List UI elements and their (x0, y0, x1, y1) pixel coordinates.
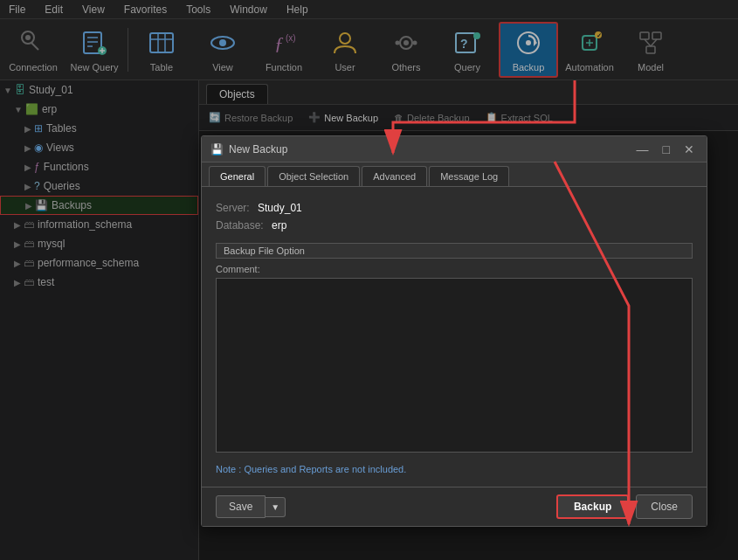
maximize-button[interactable]: □ (659, 142, 673, 156)
close-button[interactable]: Close (636, 494, 693, 519)
server-row: Server: Study_01 (216, 199, 693, 217)
footer-left: Save ▼ (216, 495, 286, 518)
save-dropdown-button[interactable]: ▼ (266, 497, 286, 517)
modal-backup-icon: 💾 (210, 143, 224, 156)
minimize-button[interactable]: — (633, 142, 652, 156)
modal-body: Server: Study_01 Database: erp Backup Fi… (202, 187, 707, 487)
backup-button[interactable]: Backup (556, 494, 629, 519)
modal-title: 💾 New Backup (210, 143, 287, 156)
footer-right: Backup Close (556, 494, 693, 519)
database-value: erp (272, 219, 286, 232)
modal-footer: Save ▼ Backup Close (202, 487, 707, 526)
database-label: Database: (216, 219, 264, 232)
modal-titlebar: 💾 New Backup — □ ✕ (202, 136, 707, 162)
database-row: Database: erp (216, 217, 693, 234)
server-value: Study_01 (258, 202, 302, 214)
save-button[interactable]: Save (216, 495, 266, 518)
tab-advanced[interactable]: Advanced (362, 166, 427, 186)
modal-title-text: New Backup (229, 143, 287, 156)
modal-overlay: 💾 New Backup — □ ✕ General Object Select… (0, 0, 738, 560)
backup-file-option-section: Backup File Option (216, 243, 693, 259)
new-backup-modal: 💾 New Backup — □ ✕ General Object Select… (201, 135, 707, 527)
tab-message-log[interactable]: Message Log (429, 166, 509, 186)
server-label: Server: (216, 202, 250, 214)
close-icon[interactable]: ✕ (680, 142, 698, 156)
comment-textarea[interactable] (216, 278, 693, 453)
note-text: Note : Queries and Reports are not inclu… (216, 464, 693, 474)
comment-label: Comment: (216, 264, 693, 274)
tab-general[interactable]: General (209, 166, 266, 186)
modal-tabs: General Object Selection Advanced Messag… (202, 162, 707, 187)
tab-object-selection[interactable]: Object Selection (267, 166, 360, 186)
modal-controls: — □ ✕ (633, 142, 698, 156)
